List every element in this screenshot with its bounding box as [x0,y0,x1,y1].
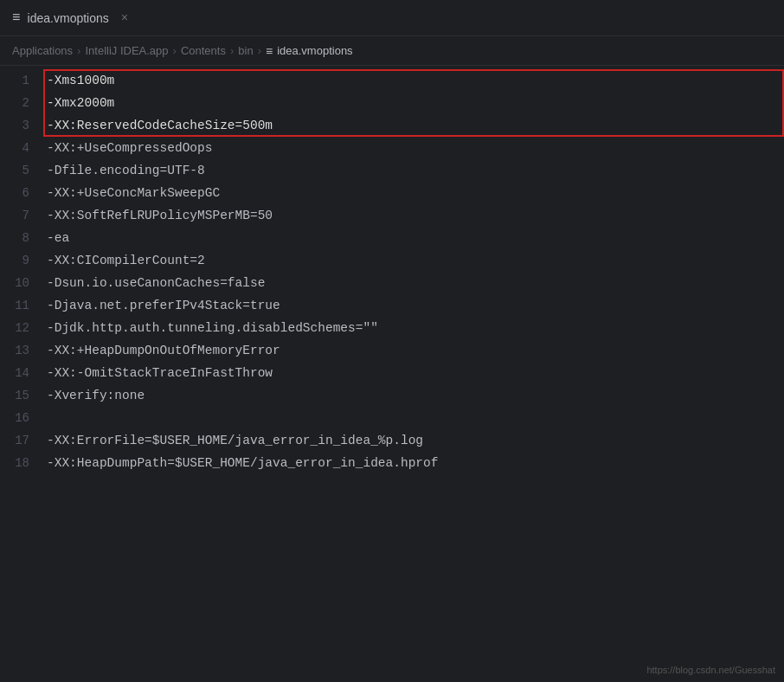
line-content-3[interactable]: -XX:ReservedCodeCacheSize=500m [43,119,276,132]
breadcrumb-sep-2: › [173,44,177,57]
line-content-4[interactable]: -XX:+UseCompressedOops [43,141,215,155]
line-5: 5 -Dfile.encoding=UTF-8 [0,159,784,182]
line-content-7[interactable]: -XX:SoftRefLRUPolicyMSPerMB=50 [43,209,276,222]
filename-label: idea.vmoptions [28,11,109,25]
line-content-1[interactable]: -Xms1000m [43,74,118,87]
line-1: 1 -Xms1000m [0,69,784,92]
line-content-5[interactable]: -Dfile.encoding=UTF-8 [43,164,209,177]
line-17: 17 -XX:ErrorFile=$USER_HOME/java_error_i… [0,429,784,452]
line-number-1: 1 [0,74,43,87]
line-number-9: 9 [0,254,43,267]
line-number-12: 12 [0,321,43,335]
line-number-8: 8 [0,231,43,245]
line-7: 7 -XX:SoftRefLRUPolicyMSPerMB=50 [0,204,784,227]
line-4: 4 -XX:+UseCompressedOops [0,137,784,159]
line-content-9[interactable]: -XX:CICompilerCount=2 [43,254,209,267]
line-number-18: 18 [0,456,43,470]
line-number-3: 3 [0,119,43,132]
line-number-2: 2 [0,96,43,110]
line-number-17: 17 [0,434,43,447]
breadcrumb-current-file: ≡ idea.vmoptions [266,44,353,58]
line-2: 2 -Xmx2000m [0,92,784,114]
breadcrumb-bin[interactable]: bin [238,44,253,57]
current-file-icon: ≡ [266,44,273,58]
line-12: 12 -Djdk.http.auth.tunneling.disabledSch… [0,317,784,339]
line-10: 10 -Dsun.io.useCanonCaches=false [0,272,784,294]
title-bar: ≡ idea.vmoptions × [0,0,784,36]
line-3: 3 -XX:ReservedCodeCacheSize=500m [0,114,784,137]
breadcrumb-contents[interactable]: Contents [181,44,226,57]
line-number-6: 6 [0,186,43,200]
line-6: 6 -XX:+UseConcMarkSweepGC [0,182,784,204]
breadcrumb-current-label: idea.vmoptions [277,44,352,57]
line-11: 11 -Djava.net.preferIPv4Stack=true [0,294,784,317]
line-number-5: 5 [0,164,43,177]
line-number-11: 11 [0,299,43,312]
line-number-15: 15 [0,389,43,402]
line-9: 9 -XX:CICompilerCount=2 [0,249,784,272]
line-content-10[interactable]: -Dsun.io.useCanonCaches=false [43,276,268,290]
breadcrumb-applications[interactable]: Applications [12,44,73,57]
line-content-8[interactable]: -ea [43,231,73,245]
line-number-4: 4 [0,141,43,155]
line-8: 8 -ea [0,227,784,249]
breadcrumb-sep-3: › [230,44,234,57]
breadcrumb: Applications › IntelliJ IDEA.app › Conte… [0,36,784,66]
file-icon: ≡ [12,10,21,26]
line-number-13: 13 [0,344,43,357]
editor-area: 1 -Xms1000m 2 -Xmx2000m 3 -XX:ReservedCo… [0,66,784,682]
line-number-14: 14 [0,366,43,380]
line-13: 13 -XX:+HeapDumpOnOutOfMemoryError [0,339,784,362]
line-content-11[interactable]: -Djava.net.preferIPv4Stack=true [43,299,284,312]
line-number-16: 16 [0,411,43,425]
watermark: https://blog.csdn.net/Guesshat [646,665,775,675]
line-number-10: 10 [0,276,43,290]
line-14: 14 -XX:-OmitStackTraceInFastThrow [0,362,784,384]
line-content-15[interactable]: -Xverify:none [43,389,148,402]
line-number-7: 7 [0,209,43,222]
breadcrumb-sep-1: › [77,44,80,57]
line-content-18[interactable]: -XX:HeapDumpPath=$USER_HOME/java_error_i… [43,456,441,470]
close-button[interactable]: × [121,11,128,25]
highlighted-lines-group: 1 -Xms1000m 2 -Xmx2000m 3 -XX:ReservedCo… [0,69,784,137]
line-content-2[interactable]: -Xmx2000m [43,96,118,110]
line-content-17[interactable]: -XX:ErrorFile=$USER_HOME/java_error_in_i… [43,434,427,447]
line-content-13[interactable]: -XX:+HeapDumpOnOutOfMemoryError [43,344,284,357]
line-content-6[interactable]: -XX:+UseConcMarkSweepGC [43,186,223,200]
breadcrumb-intellij[interactable]: IntelliJ IDEA.app [85,44,168,57]
line-18: 18 -XX:HeapDumpPath=$USER_HOME/java_erro… [0,452,784,474]
line-content-12[interactable]: -Djdk.http.auth.tunneling.disabledScheme… [43,321,382,335]
line-15: 15 -Xverify:none [0,384,784,407]
line-container: 1 -Xms1000m 2 -Xmx2000m 3 -XX:ReservedCo… [0,66,784,478]
breadcrumb-sep-4: › [258,44,261,57]
line-16: 16 [0,407,784,429]
line-content-14[interactable]: -XX:-OmitStackTraceInFastThrow [43,366,276,380]
